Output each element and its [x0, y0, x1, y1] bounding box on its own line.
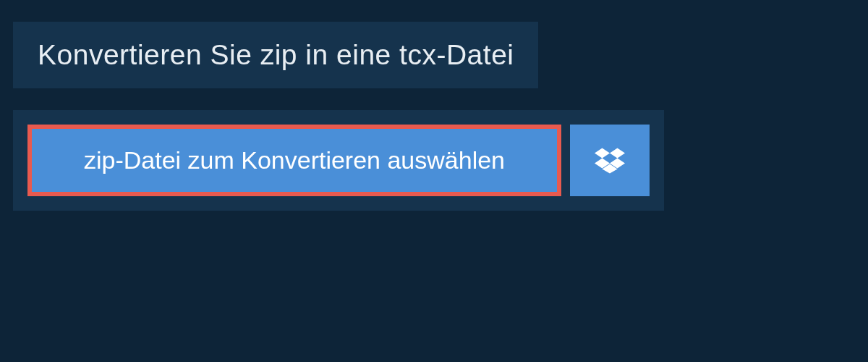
dropbox-button[interactable]	[570, 125, 650, 196]
page-title: Konvertieren Sie zip in eine tcx-Datei	[38, 39, 514, 71]
choose-file-label: zip-Datei zum Konvertieren auswählen	[84, 146, 505, 174]
upload-panel: zip-Datei zum Konvertieren auswählen	[13, 110, 664, 211]
choose-file-button[interactable]: zip-Datei zum Konvertieren auswählen	[27, 125, 561, 196]
dropbox-icon	[595, 146, 625, 176]
title-bar: Konvertieren Sie zip in eine tcx-Datei	[13, 22, 538, 88]
converter-container: Konvertieren Sie zip in eine tcx-Datei z…	[0, 0, 868, 211]
